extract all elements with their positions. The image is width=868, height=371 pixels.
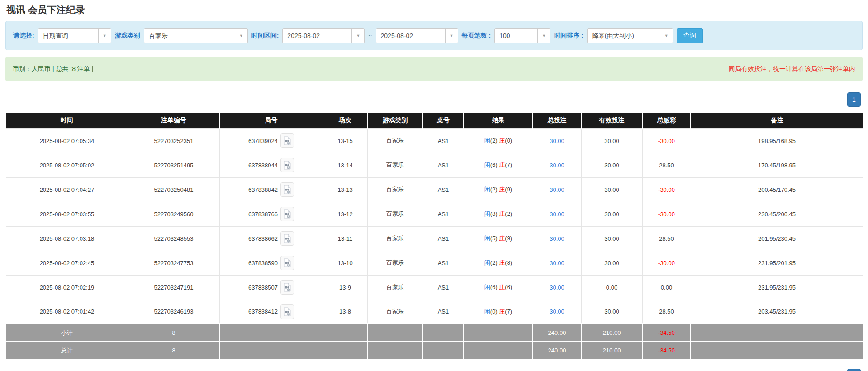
cell-round-id: 637838842 [219, 177, 323, 202]
cell-result: 闲(2) 庄(0) [464, 128, 533, 153]
result-banker-score: (9) [505, 186, 512, 193]
cell-session: 13-13 [323, 177, 367, 202]
chevron-down-icon[interactable]: ▼ [235, 29, 247, 43]
result-player-label: 闲 [484, 308, 490, 315]
cell-table-no: AS1 [423, 226, 464, 251]
cell-total-bet[interactable]: 30.00 [533, 251, 581, 275]
search-button[interactable]: 查询 [677, 28, 703, 43]
pagination-page-button[interactable]: 1 [847, 369, 861, 371]
cell-session: 13-8 [323, 300, 367, 324]
cell-payout: -30.00 [642, 128, 691, 153]
cell-session: 13-10 [323, 251, 367, 275]
total-row-count: 8 [128, 342, 219, 359]
result-player-label: 闲 [484, 210, 490, 217]
time-sort-dropdown[interactable]: 降幂(由大到小) ▼ [587, 28, 673, 43]
total-row-label: 总计 [6, 342, 128, 359]
round-id-value: 637838842 [248, 186, 278, 193]
cell-valid-bet: 30.00 [581, 226, 642, 251]
result-player-score: (2) [490, 186, 498, 193]
betting-records-page: 视讯 会员下注纪录 请选择: 日期查询 ▼ 游戏类别 百家乐 ▼ 时间区间: 2… [0, 0, 868, 371]
cell-round-id: 637838507 [219, 275, 323, 300]
cell-time: 2025-08-02 07:02:45 [6, 251, 128, 275]
page-size-dropdown[interactable]: 100 ▼ [494, 28, 550, 43]
cell-bet-id: 522703247191 [128, 275, 219, 300]
cell-session: 13-15 [323, 128, 367, 153]
result-player-label: 闲 [484, 186, 490, 193]
subtotal-row-empty [464, 324, 533, 342]
date-from-picker[interactable]: 2025-08-02 ▼ [282, 28, 365, 43]
video-record-button[interactable] [280, 158, 294, 172]
video-record-button[interactable] [280, 182, 294, 197]
cell-total-bet[interactable]: 30.00 [533, 300, 581, 324]
subtotal-row-payout: -34.50 [642, 324, 691, 342]
cell-time: 2025-08-02 07:05:34 [6, 128, 128, 153]
result-banker-label: 庄 [499, 235, 505, 242]
table-row: 2025-08-02 07:05:34522703252351637839024… [6, 128, 863, 153]
subtotal-row: 小计8240.00210.00-34.50 [6, 324, 863, 342]
chevron-down-icon[interactable]: ▼ [351, 29, 364, 43]
result-banker-score: (9) [505, 235, 512, 242]
select-type-dropdown[interactable]: 日期查询 ▼ [38, 28, 111, 43]
video-record-button[interactable] [280, 133, 294, 148]
page-title: 视讯 会员下注纪录 [6, 4, 868, 16]
table-row: 2025-08-02 07:03:55522703249560637838766… [6, 202, 863, 226]
cell-round-id: 637839024 [219, 128, 323, 153]
cell-time: 2025-08-02 07:05:02 [6, 153, 128, 177]
video-record-button[interactable] [280, 207, 294, 221]
page-size-value: 100 [495, 29, 537, 43]
cell-total-bet[interactable]: 30.00 [533, 275, 581, 300]
cell-valid-bet: 30.00 [581, 128, 642, 153]
chevron-down-icon[interactable]: ▼ [98, 29, 111, 43]
cell-round-id: 637838944 [219, 153, 323, 177]
video-record-button[interactable] [280, 231, 294, 246]
cell-bet-id: 522703251495 [128, 153, 219, 177]
cell-table-no: AS1 [423, 177, 464, 202]
cell-bet-id: 522703252351 [128, 128, 219, 153]
pagination-page-button[interactable]: 1 [847, 92, 861, 107]
chevron-down-icon[interactable]: ▼ [537, 29, 550, 43]
cell-payout: -30.00 [642, 251, 691, 275]
cell-time: 2025-08-02 07:03:18 [6, 226, 128, 251]
cell-round-id: 637838766 [219, 202, 323, 226]
pagination-top: 1 [7, 92, 861, 107]
cell-remark: 203.45/231.95 [691, 300, 863, 324]
cell-total-bet[interactable]: 30.00 [533, 128, 581, 153]
filter-bar: 请选择: 日期查询 ▼ 游戏类别 百家乐 ▼ 时间区间: 2025-08-02 … [5, 21, 863, 50]
cell-valid-bet: 30.00 [581, 153, 642, 177]
round-id-value: 637838662 [248, 235, 278, 242]
video-record-icon [283, 136, 291, 145]
summary-bar: 币别：人民币 | 总共 :8 注单 | 同局有效投注，统一计算在该局第一张注单内 [5, 57, 863, 81]
cell-total-bet[interactable]: 30.00 [533, 153, 581, 177]
cell-game: 百家乐 [367, 128, 423, 153]
cell-total-bet[interactable]: 30.00 [533, 177, 581, 202]
round-id-value: 637839024 [248, 138, 278, 144]
result-banker-label: 庄 [499, 210, 505, 217]
result-banker-score: (6) [505, 284, 512, 290]
cell-table-no: AS1 [423, 202, 464, 226]
subtotal-row-valid-bet: 210.00 [581, 324, 642, 342]
cell-session: 13-12 [323, 202, 367, 226]
cell-total-bet[interactable]: 30.00 [533, 202, 581, 226]
date-to-picker[interactable]: 2025-08-02 ▼ [376, 28, 458, 43]
cell-remark: 200.45/170.45 [691, 177, 863, 202]
video-record-button[interactable] [280, 304, 294, 319]
date-from-value: 2025-08-02 [283, 29, 351, 43]
chevron-down-icon[interactable]: ▼ [445, 29, 458, 43]
result-player-score: (8) [490, 210, 498, 217]
cell-valid-bet: 30.00 [581, 202, 642, 226]
result-banker-label: 庄 [499, 137, 505, 144]
chevron-down-icon[interactable]: ▼ [660, 29, 673, 43]
column-header-8: 有效投注 [581, 113, 642, 128]
game-category-dropdown[interactable]: 百家乐 ▼ [144, 28, 248, 43]
video-record-button[interactable] [280, 280, 294, 295]
result-player-score: (6) [490, 162, 498, 168]
cell-total-bet[interactable]: 30.00 [533, 226, 581, 251]
table-row: 2025-08-02 07:05:02522703251495637838944… [6, 153, 863, 177]
video-record-button[interactable] [280, 256, 294, 270]
cell-payout: 28.50 [642, 300, 691, 324]
cell-game: 百家乐 [367, 202, 423, 226]
result-player-score: (2) [490, 259, 498, 266]
cell-bet-id: 522703250481 [128, 177, 219, 202]
cell-table-no: AS1 [423, 300, 464, 324]
column-header-0: 时间 [6, 113, 128, 128]
